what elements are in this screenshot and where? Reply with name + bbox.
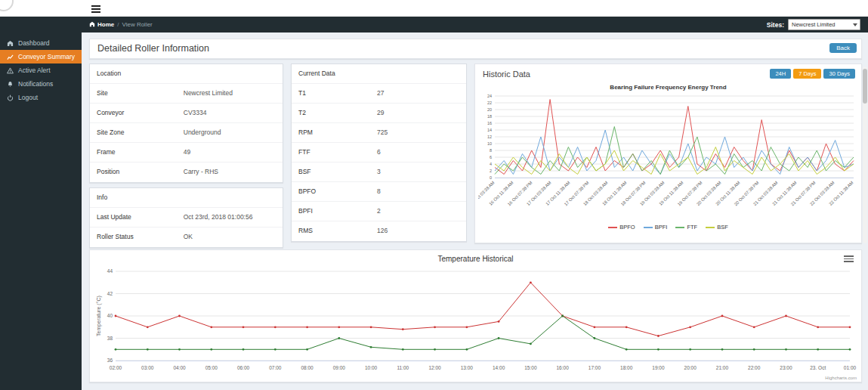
info-table: InfoLast UpdateOct 23rd, 2018 01:00:56Ro… xyxy=(89,187,283,248)
sidebar-item-conveyor-summary[interactable]: Conveyor Summary xyxy=(0,50,82,63)
scrollbar-thumb[interactable] xyxy=(863,69,867,104)
row-label: Site Zone xyxy=(90,123,177,142)
svg-text:18: 18 xyxy=(487,114,492,119)
table-row: PositionCarry - RHS xyxy=(90,162,283,182)
row-value: 8 xyxy=(370,182,466,201)
sidebar-item-dashboard[interactable]: Dashboard xyxy=(0,36,82,50)
sidebar-item-label: Notifications xyxy=(18,80,53,88)
legend-item-bpfi[interactable]: BPFI xyxy=(644,224,668,231)
svg-text:0: 0 xyxy=(490,175,492,180)
row-value: Carry - RHS xyxy=(177,162,283,182)
sites-label: Sites: xyxy=(767,21,784,29)
legend-line-icon xyxy=(706,227,715,228)
svg-text:14:00: 14:00 xyxy=(493,365,505,370)
svg-text:23. Oct: 23. Oct xyxy=(810,365,826,370)
legend-item-ftf[interactable]: FTF xyxy=(675,224,697,231)
svg-text:6: 6 xyxy=(490,155,492,159)
svg-text:20:00: 20:00 xyxy=(684,365,697,370)
app: Home / View Roller Sites: Newcrest Limit… xyxy=(0,0,868,390)
sidebar-nav: DashboardConveyor SummaryActive AlertNot… xyxy=(0,17,82,104)
sidebar-item-label: Dashboard xyxy=(18,39,50,47)
legend-item-bsf[interactable]: BSF xyxy=(706,224,728,231)
breadcrumb-separator: / xyxy=(117,21,119,28)
row-value: Underground xyxy=(177,123,283,142)
svg-text:40: 40 xyxy=(107,313,113,318)
bearing-legend: BPFOBPFIFTFBSF xyxy=(475,224,861,231)
svg-text:21:00: 21:00 xyxy=(716,365,729,370)
home-icon xyxy=(89,21,95,29)
row-value: Newcrest Limited xyxy=(177,84,283,103)
row-value: 49 xyxy=(177,143,283,162)
row-label: BPFI xyxy=(292,202,370,221)
breadcrumb-home[interactable]: Home xyxy=(89,21,114,29)
svg-text:12:00: 12:00 xyxy=(428,365,441,370)
breadcrumb-current: View Roller xyxy=(122,21,152,28)
sidebar-item-active-alert[interactable]: Active Alert xyxy=(0,63,82,77)
range-button-24h[interactable]: 24H xyxy=(770,69,791,79)
row-label: FTF xyxy=(292,143,370,162)
svg-text:14: 14 xyxy=(487,128,492,132)
table-header-label: Current Data xyxy=(292,64,466,83)
sidebar-item-logout[interactable]: Logout xyxy=(0,91,82,104)
svg-text:2: 2 xyxy=(490,169,492,173)
svg-text:01:00: 01:00 xyxy=(844,365,857,370)
legend-line-icon xyxy=(644,227,653,228)
sidebar-item-label: Logout xyxy=(18,94,38,101)
svg-text:19:00: 19:00 xyxy=(652,365,665,370)
svg-text:06:00: 06:00 xyxy=(237,365,250,370)
row-label: BPFO xyxy=(292,182,370,201)
row-label: Conveyor xyxy=(90,104,177,122)
svg-text:18:00: 18:00 xyxy=(620,365,633,370)
row-value: 2 xyxy=(370,202,466,221)
sidebar-toggle-button[interactable] xyxy=(91,5,100,14)
location-table: LocationSiteNewcrest LimitedConveyorCV33… xyxy=(89,63,283,183)
svg-text:4: 4 xyxy=(490,162,492,166)
sidebar-item-label: Active Alert xyxy=(18,67,51,74)
legend-item-bpfo[interactable]: BPFO xyxy=(608,224,635,231)
table-row: SiteNewcrest Limited xyxy=(90,84,283,104)
row-value: OK xyxy=(177,228,283,247)
sidebar-item-label: Conveyor Summary xyxy=(18,53,75,60)
row-value: 126 xyxy=(370,221,466,241)
row-value: 725 xyxy=(370,123,466,142)
table-header-row: Current Data xyxy=(292,64,466,84)
row-label: RPM xyxy=(292,123,370,142)
range-button-30-days[interactable]: 30 Days xyxy=(823,69,855,79)
svg-text:44: 44 xyxy=(107,268,113,274)
row-label: Frame xyxy=(90,143,177,162)
row-label: Position xyxy=(90,162,177,182)
svg-text:13:00: 13:00 xyxy=(461,365,474,370)
top-header xyxy=(0,0,868,17)
table-header-row: Info xyxy=(90,188,283,208)
table-row: BPFO8 xyxy=(292,182,466,202)
back-button[interactable]: Back xyxy=(829,43,857,53)
range-button-7-days[interactable]: 7 Days xyxy=(793,69,821,79)
svg-text:07:00: 07:00 xyxy=(269,365,282,370)
bell-icon xyxy=(7,81,14,88)
dashboard-icon xyxy=(7,40,14,47)
svg-text:20: 20 xyxy=(487,107,492,112)
current-data-table: Current DataT127T229RPM725FTF6BSF3BPFO8B… xyxy=(291,63,467,242)
row-value: CV3334 xyxy=(177,104,283,122)
site-select[interactable]: Newcrest Limited xyxy=(788,19,860,30)
svg-text:10: 10 xyxy=(487,141,492,146)
highcharts-credit[interactable]: Highcharts.com xyxy=(825,376,857,380)
range-buttons: 24H7 Days30 Days xyxy=(770,69,855,79)
svg-text:23:00: 23:00 xyxy=(780,365,792,370)
svg-text:04:00: 04:00 xyxy=(173,365,186,370)
table-header-label: Info xyxy=(90,188,283,207)
row-value: 27 xyxy=(370,84,466,103)
svg-text:15:00: 15:00 xyxy=(524,365,537,370)
svg-text:03:00: 03:00 xyxy=(141,365,154,370)
sidebar-item-notifications[interactable]: Notifications xyxy=(0,77,82,91)
site-select-value: Newcrest Limited xyxy=(792,21,836,28)
legend-line-icon xyxy=(675,227,684,228)
chart-context-menu-icon[interactable] xyxy=(844,255,854,264)
row-label: BSF xyxy=(292,162,370,181)
svg-text:Temperature (°C): Temperature (°C) xyxy=(96,296,102,336)
page-title-card: Detailed Roller Information Back xyxy=(89,39,862,59)
row-value: 29 xyxy=(370,104,466,122)
table-row: ConveyorCV3334 xyxy=(90,104,283,123)
sidebar: DashboardConveyor SummaryActive AlertNot… xyxy=(0,17,82,390)
svg-text:11:00: 11:00 xyxy=(397,365,409,370)
